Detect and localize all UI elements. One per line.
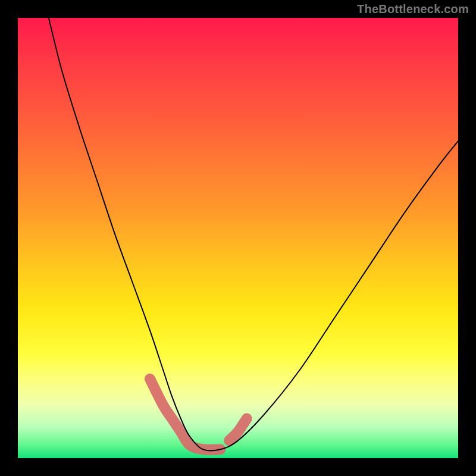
curve-layer [18, 18, 458, 458]
chart-stage: TheBottleneck.com [0, 0, 476, 476]
watermark-label: TheBottleneck.com [357, 2, 469, 16]
plot-area [18, 18, 458, 458]
highlight-right-segment [229, 418, 247, 440]
highlight-left-segment [150, 379, 220, 450]
bottleneck-curve [49, 18, 458, 451]
